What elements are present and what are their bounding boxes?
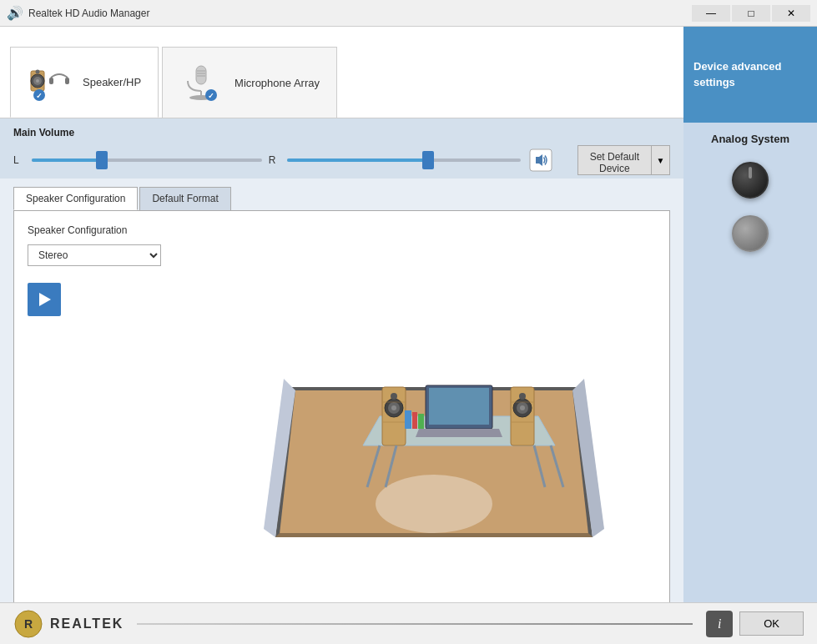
realtek-brand-text: REALTEK <box>50 616 124 631</box>
tab-speaker-label: Speaker/HP <box>83 76 141 88</box>
microphone-icon: ✓ <box>179 59 226 106</box>
volume-controls-row: L R <box>13 145 670 175</box>
volume-track <box>32 158 262 162</box>
volume-section: Main Volume L R <box>0 118 683 179</box>
room-svg <box>259 279 609 562</box>
svg-rect-51 <box>418 414 424 429</box>
sidebar-knob-gray[interactable] <box>732 215 769 252</box>
volume-slider[interactable] <box>32 152 262 169</box>
tab-microphone-label: Microphone Array <box>235 77 320 89</box>
svg-point-32 <box>391 393 397 400</box>
config-tabs: Speaker Configuration Default Format <box>0 179 683 210</box>
speaker-icon: ✓ <box>28 59 74 106</box>
title-bar-controls: — □ ✕ <box>692 5 810 22</box>
volume-slider-right[interactable] <box>287 152 521 169</box>
sidebar-header: Device advanced settings <box>683 27 817 123</box>
title-bar: 🔊 Realtek HD Audio Manager — □ ✕ <box>0 0 817 27</box>
realtek-mascot-icon: R <box>13 609 43 639</box>
svg-rect-7 <box>49 78 53 84</box>
volume-track-right <box>287 158 521 162</box>
svg-marker-44 <box>416 429 502 437</box>
speaker-config-label: Speaker Configuration <box>28 224 194 236</box>
info-icon-button[interactable]: i <box>706 611 733 637</box>
volume-label: Main Volume <box>13 127 670 138</box>
tab-microphone[interactable]: ✓ Microphone Array <box>162 47 337 118</box>
vol-left-label: L <box>13 154 25 166</box>
svg-text:✓: ✓ <box>208 92 214 100</box>
volume-thumb[interactable] <box>96 151 108 169</box>
svg-rect-13 <box>196 66 206 84</box>
content-area: ✓ Speaker/HP <box>0 27 683 644</box>
realtek-divider-line <box>137 623 693 625</box>
svg-rect-43 <box>429 388 489 425</box>
title-bar-left: 🔊 Realtek HD Audio Manager <box>7 5 149 21</box>
svg-point-3 <box>36 79 39 83</box>
room-visualization <box>211 224 656 616</box>
right-sidebar: Device advanced settings Analog System <box>683 27 817 644</box>
svg-point-4 <box>36 69 40 73</box>
main-container: ✓ Speaker/HP <box>0 27 817 644</box>
speaker-config-dropdown[interactable]: Stereo Quadraphonic 5.1 Surround 7.1 Sur… <box>28 244 161 266</box>
svg-marker-24 <box>275 533 593 537</box>
play-icon <box>39 293 51 306</box>
app-title: Realtek HD Audio Manager <box>28 8 149 19</box>
svg-rect-8 <box>65 78 69 84</box>
sidebar-system-label: Analog System <box>711 133 789 145</box>
volume-fill <box>32 158 101 162</box>
close-button[interactable]: ✕ <box>772 5 810 22</box>
svg-rect-49 <box>405 410 411 429</box>
svg-point-38 <box>520 405 525 410</box>
volume-thumb-right[interactable] <box>422 151 434 169</box>
set-default-dropdown-arrow[interactable]: ▼ <box>652 145 670 175</box>
svg-text:✓: ✓ <box>36 92 43 100</box>
set-default-device-group: Set Default Device ▼ <box>577 145 670 175</box>
realtek-logo: R REALTEK <box>13 609 124 639</box>
svg-point-23 <box>376 475 492 533</box>
app-icon: 🔊 <box>7 5 23 21</box>
device-tabs: ✓ Speaker/HP <box>0 27 683 118</box>
svg-rect-50 <box>412 412 417 429</box>
play-test-button[interactable] <box>28 283 61 316</box>
ok-button[interactable]: OK <box>739 611 804 636</box>
svg-point-31 <box>391 405 396 410</box>
sidebar-header-title: Device advanced settings <box>693 59 807 89</box>
tab-speaker[interactable]: ✓ Speaker/HP <box>10 47 159 118</box>
svg-point-39 <box>519 393 526 400</box>
vol-right-label: R <box>269 154 280 166</box>
minimize-button[interactable]: — <box>692 5 730 22</box>
config-left: Speaker Configuration Stereo Quadraphoni… <box>28 224 194 616</box>
set-default-device-button[interactable]: Set Default Device <box>577 145 652 175</box>
sidebar-title-section: Analog System <box>683 123 817 152</box>
sidebar-knob-dark[interactable] <box>732 162 769 199</box>
maximize-button[interactable]: □ <box>732 5 770 22</box>
config-panel: Speaker Configuration Stereo Quadraphoni… <box>13 210 670 631</box>
volume-icon-button[interactable] <box>527 147 554 174</box>
volume-fill-right <box>287 158 427 162</box>
bottom-bar: R REALTEK i OK <box>0 602 817 644</box>
svg-text:R: R <box>24 617 33 631</box>
tab-default-format[interactable]: Default Format <box>139 187 230 210</box>
tab-speaker-configuration[interactable]: Speaker Configuration <box>13 187 138 210</box>
